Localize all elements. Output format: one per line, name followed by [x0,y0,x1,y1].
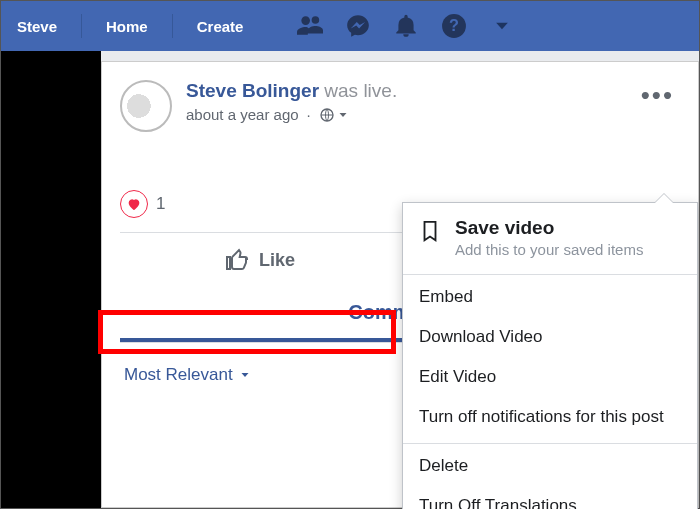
globe-icon [319,107,335,123]
nav-create-link[interactable]: Create [189,12,252,41]
menu-turn-off-translations[interactable]: Turn Off Translations [403,486,697,509]
svg-text:?: ? [449,16,459,34]
nav-profile-link[interactable]: Steve [9,12,65,41]
content-row: Steve Bolinger was live. about a year ag… [1,51,699,508]
menu-download-video[interactable]: Download Video [403,317,697,357]
sort-label: Most Relevant [124,365,233,385]
reaction-count: 1 [156,194,165,214]
chevron-down-icon [239,369,251,381]
post-card: Steve Bolinger was live. about a year ag… [101,61,699,508]
menu-turn-off-notifications[interactable]: Turn off notifications for this post [403,397,697,437]
video-black-region [1,51,101,508]
nav-home-link[interactable]: Home [98,12,156,41]
timestamp[interactable]: about a year ago [186,106,299,123]
account-menu-chevron-icon[interactable] [489,13,515,39]
chevron-down-icon [337,109,349,121]
meta-dot: · [307,106,311,123]
nav-divider [81,14,82,38]
like-label: Like [259,250,295,271]
messenger-icon[interactable] [345,13,371,39]
post-header: Steve Bolinger was live. about a year ag… [120,80,680,132]
love-reaction-icon [120,190,148,218]
top-nav: Steve Home Create ? [1,1,699,51]
like-button[interactable]: Like [120,248,400,272]
menu-separator [403,274,697,275]
menu-separator [403,443,697,444]
avatar[interactable] [120,80,172,132]
like-icon [225,248,249,272]
notifications-icon[interactable] [393,13,419,39]
help-icon[interactable]: ? [441,13,467,39]
app-window: Steve Home Create ? [0,0,700,509]
menu-save-subtitle: Add this to your saved items [455,241,643,258]
menu-save-video[interactable]: Save video Add this to your saved items [403,203,697,268]
author-link[interactable]: Steve Bolinger [186,80,319,101]
menu-embed[interactable]: Embed [403,277,697,317]
menu-delete[interactable]: Delete [403,446,697,486]
privacy-selector[interactable] [319,107,349,123]
post-more-button[interactable]: ••• [641,80,674,111]
nav-divider [172,14,173,38]
friend-requests-icon[interactable] [297,13,323,39]
live-suffix: was live. [319,80,397,101]
bookmark-icon [419,217,441,245]
menu-edit-video[interactable]: Edit Video [403,357,697,397]
post-options-menu: Save video Add this to your saved items … [402,202,698,509]
menu-save-title: Save video [455,217,643,239]
nav-icon-tray: ? [297,13,515,39]
post-headline: Steve Bolinger was live. about a year ag… [186,80,397,132]
